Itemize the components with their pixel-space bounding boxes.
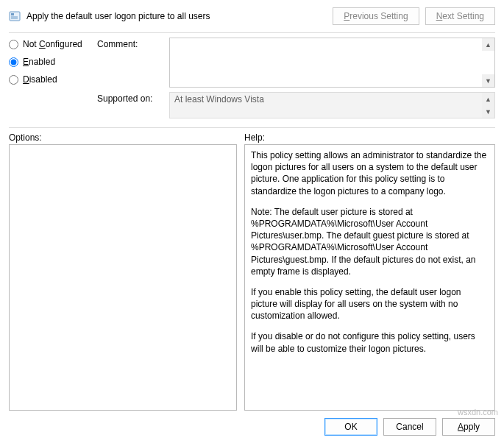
state-column: Not Configured Enabled Disabled: [9, 38, 90, 118]
policy-icon: [9, 10, 21, 22]
ok-button[interactable]: OK: [324, 418, 377, 436]
nav-buttons: Previous Setting Next Setting: [333, 7, 495, 25]
comment-label: Comment:: [97, 38, 163, 49]
comment-input[interactable]: [169, 38, 495, 88]
header-row: Apply the default user logon picture to …: [9, 7, 495, 25]
supported-row: Supported on: At least Windows Vista ▲ ▼: [97, 92, 495, 118]
divider: [9, 32, 495, 33]
policy-dialog: Apply the default user logon picture to …: [0, 0, 504, 443]
cancel-button[interactable]: Cancel: [383, 418, 436, 436]
options-label: Options:: [9, 132, 237, 143]
supported-value: At least Windows Vista: [169, 92, 495, 118]
radio-enabled-input[interactable]: [9, 57, 18, 67]
config-row: Not Configured Enabled Disabled Comment:…: [9, 38, 495, 118]
options-pane: [9, 144, 237, 411]
radio-enabled[interactable]: Enabled: [9, 57, 90, 67]
radio-disabled-label: Disabled: [23, 74, 57, 85]
supported-wrap: At least Windows Vista ▲ ▼: [169, 92, 495, 118]
previous-setting-button[interactable]: Previous Setting: [333, 7, 419, 25]
comment-wrap: ▲ ▼: [169, 38, 495, 88]
radio-disabled-input[interactable]: [9, 75, 18, 85]
help-pane[interactable]: This policy setting allows an administra…: [244, 144, 495, 411]
help-label: Help:: [244, 132, 495, 143]
radio-not-configured-input[interactable]: [9, 40, 18, 49]
next-setting-button[interactable]: Next Setting: [425, 7, 495, 25]
meta-column: Comment: ▲ ▼ Supported on: At least Wind…: [97, 38, 495, 118]
labels-row: Options: Help:: [9, 132, 495, 143]
divider: [9, 127, 495, 128]
panes-row: This policy setting allows an administra…: [9, 144, 495, 411]
radio-enabled-label: Enabled: [23, 57, 55, 67]
footer-row: OK Cancel Apply: [9, 411, 495, 436]
help-paragraph: This policy setting allows an administra…: [251, 149, 489, 197]
help-paragraph: If you disable or do not configure this …: [251, 330, 489, 354]
comment-row: Comment: ▲ ▼: [97, 38, 495, 88]
svg-rect-1: [11, 13, 14, 15]
radio-disabled[interactable]: Disabled: [9, 74, 90, 85]
help-paragraph: If you enable this policy setting, the d…: [251, 286, 489, 322]
supported-label: Supported on:: [97, 92, 163, 104]
svg-rect-0: [10, 12, 20, 21]
radio-not-configured-label: Not Configured: [23, 39, 82, 49]
apply-button[interactable]: Apply: [442, 418, 495, 436]
help-paragraph: Note: The default user picture is stored…: [251, 206, 489, 277]
policy-title: Apply the default user logon picture to …: [26, 11, 327, 21]
radio-not-configured[interactable]: Not Configured: [9, 39, 90, 49]
